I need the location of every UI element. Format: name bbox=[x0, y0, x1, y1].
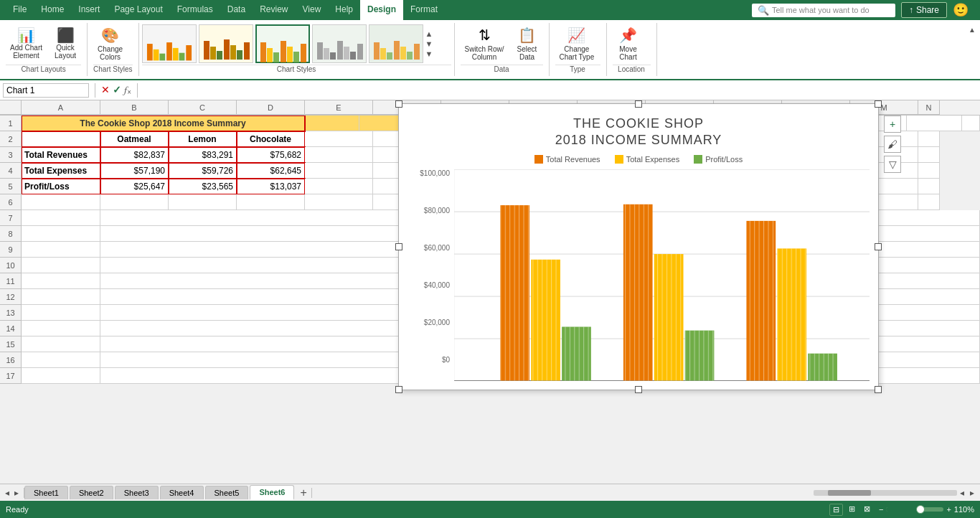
row-header-1[interactable]: 1 bbox=[0, 116, 22, 131]
page-break-button[interactable]: ⊠ bbox=[861, 504, 873, 516]
sheet-tab-sheet2[interactable]: Sheet2 bbox=[70, 486, 113, 499]
cell-b4[interactable]: $57,190 bbox=[100, 163, 169, 179]
tab-format[interactable]: Format bbox=[403, 0, 445, 20]
switch-row-column-button[interactable]: ⇅ Switch Row/ Column bbox=[461, 24, 509, 63]
row-header-7[interactable]: 7 bbox=[0, 210, 22, 226]
cell-c4[interactable]: $59,726 bbox=[169, 163, 237, 179]
cell-e3[interactable] bbox=[305, 147, 373, 163]
change-chart-type-button[interactable]: 📈 Change Chart Type bbox=[555, 24, 599, 63]
sheet-tab-sheet5[interactable]: Sheet5 bbox=[205, 486, 249, 499]
col-header-e[interactable]: E bbox=[305, 100, 373, 115]
sheet-tab-sheet4[interactable]: Sheet4 bbox=[160, 486, 204, 499]
row-header-13[interactable]: 13 bbox=[0, 305, 22, 321]
page-layout-button[interactable]: ⊞ bbox=[846, 504, 858, 516]
cell-b2[interactable]: Oatmeal bbox=[100, 131, 169, 147]
sheet-tab-sheet6[interactable]: Sheet6 bbox=[250, 485, 294, 500]
row-header-15[interactable]: 15 bbox=[0, 336, 22, 352]
sheet-tab-sheet1[interactable]: Sheet1 bbox=[24, 486, 68, 499]
chart-handle-topleft[interactable] bbox=[395, 100, 402, 108]
chart-handle-left[interactable] bbox=[395, 243, 402, 250]
cell-b5[interactable]: $25,647 bbox=[100, 179, 169, 194]
tab-formulas[interactable]: Formulas bbox=[170, 0, 220, 20]
move-chart-button[interactable]: 📌 Move Chart bbox=[613, 24, 644, 63]
row-header-14[interactable]: 14 bbox=[0, 321, 22, 336]
share-button[interactable]: ↑Share bbox=[901, 2, 947, 18]
row-header-9[interactable]: 9 bbox=[0, 242, 22, 258]
col-header-d[interactable]: D bbox=[237, 100, 305, 115]
col-header-c[interactable]: C bbox=[169, 100, 237, 115]
tab-scroll-right[interactable]: ▸ bbox=[12, 488, 21, 498]
row-header-12[interactable]: 12 bbox=[0, 289, 22, 305]
gallery-expand[interactable]: ▼ bbox=[425, 50, 433, 58]
cell-a3[interactable]: Total Revenues bbox=[22, 147, 100, 163]
zoom-track[interactable] bbox=[886, 507, 920, 512]
confirm-button[interactable]: ✓ bbox=[113, 84, 121, 96]
zoom-out-button[interactable]: − bbox=[879, 505, 883, 514]
row-header-6[interactable]: 6 bbox=[0, 194, 22, 210]
row-header-17[interactable]: 17 bbox=[0, 368, 22, 384]
chart-add-button[interactable]: + bbox=[884, 116, 901, 133]
chart-handle-top[interactable] bbox=[635, 100, 642, 108]
function-button[interactable]: 𝑓ₓ bbox=[124, 84, 131, 96]
cell-b3[interactable]: $82,837 bbox=[100, 147, 169, 163]
formula-input[interactable] bbox=[141, 84, 977, 97]
h-scrollbar-thumb[interactable] bbox=[828, 490, 871, 496]
row-header-10[interactable]: 10 bbox=[0, 258, 22, 273]
tab-view[interactable]: View bbox=[296, 0, 329, 20]
chart-handle-bottomright[interactable] bbox=[875, 386, 882, 393]
col-header-b[interactable]: B bbox=[100, 100, 169, 115]
row-header-5[interactable]: 5 bbox=[0, 179, 22, 194]
cancel-button[interactable]: ✕ bbox=[101, 84, 110, 96]
cell-c5[interactable]: $23,565 bbox=[169, 179, 237, 194]
row-header-8[interactable]: 8 bbox=[0, 226, 22, 242]
cell-n4[interactable] bbox=[918, 163, 940, 179]
cell-n2[interactable] bbox=[918, 131, 940, 147]
gallery-scroll-down[interactable]: ▼ bbox=[425, 39, 433, 48]
chart-style-1[interactable] bbox=[142, 24, 197, 63]
cell-n1[interactable] bbox=[962, 116, 980, 131]
quick-layout-button[interactable]: ⬛ Quick Layout bbox=[50, 24, 81, 63]
row-header-16[interactable]: 16 bbox=[0, 352, 22, 368]
h-scrollbar-track[interactable] bbox=[814, 490, 957, 496]
chart-area[interactable]: THE COOKIE SHOP 2018 INCOME SUMMARY Tota… bbox=[398, 103, 879, 390]
zoom-thumb[interactable] bbox=[916, 505, 925, 514]
cell-a6[interactable] bbox=[22, 194, 100, 210]
cell-e4[interactable] bbox=[305, 163, 373, 179]
search-box[interactable]: 🔍 Tell me what you want to do bbox=[752, 4, 895, 17]
row-header-2[interactable]: 2 bbox=[0, 131, 22, 147]
chart-style-5[interactable] bbox=[369, 24, 423, 63]
scroll-left-button[interactable]: ◂ bbox=[957, 488, 967, 498]
cell-n5[interactable] bbox=[918, 179, 940, 194]
normal-view-button[interactable]: ⊟ bbox=[829, 504, 843, 516]
cell-d2[interactable]: Chocolate bbox=[237, 131, 305, 147]
select-data-button[interactable]: 📋 Select Data bbox=[512, 24, 543, 63]
chart-handle-right[interactable] bbox=[875, 243, 882, 250]
change-colors-button[interactable]: 🎨 Change Colors bbox=[93, 24, 127, 63]
cell-d4[interactable]: $62,645 bbox=[237, 163, 305, 179]
sheet-tab-sheet3[interactable]: Sheet3 bbox=[115, 486, 159, 499]
cell-c2[interactable]: Lemon bbox=[169, 131, 237, 147]
add-chart-element-button[interactable]: 📊 Add Chart Element bbox=[6, 24, 47, 63]
chart-handle-bottomleft[interactable] bbox=[395, 386, 402, 393]
tab-page-layout[interactable]: Page Layout bbox=[107, 0, 169, 20]
cell-e2[interactable] bbox=[305, 131, 373, 147]
cell-c3[interactable]: $83,291 bbox=[169, 147, 237, 163]
cell-d3[interactable]: $75,682 bbox=[237, 147, 305, 163]
chart-handle-topright[interactable] bbox=[875, 100, 882, 108]
cell-n3[interactable] bbox=[918, 147, 940, 163]
cell-a5[interactable]: Profit/Loss bbox=[22, 179, 100, 194]
tab-design[interactable]: Design bbox=[360, 0, 403, 20]
chart-handle-bottom[interactable] bbox=[635, 386, 642, 393]
name-box[interactable] bbox=[3, 83, 89, 98]
cell-a1[interactable]: The Cookie Shop 2018 Income Summary bbox=[22, 116, 305, 131]
tab-scroll-left[interactable]: ◂ bbox=[3, 488, 11, 498]
cell-m1[interactable] bbox=[907, 116, 961, 131]
cell-a4[interactable]: Total Expenses bbox=[22, 163, 100, 179]
cell-d5[interactable]: $13,037 bbox=[237, 179, 305, 194]
gallery-scroll-up[interactable]: ▲ bbox=[425, 29, 433, 38]
chart-style-3[interactable] bbox=[255, 24, 310, 63]
row-header-3[interactable]: 3 bbox=[0, 147, 22, 163]
scroll-right-button[interactable]: ▸ bbox=[967, 488, 977, 498]
chart-style-button[interactable]: 🖌 bbox=[884, 136, 901, 153]
cell-e5[interactable] bbox=[305, 179, 373, 194]
